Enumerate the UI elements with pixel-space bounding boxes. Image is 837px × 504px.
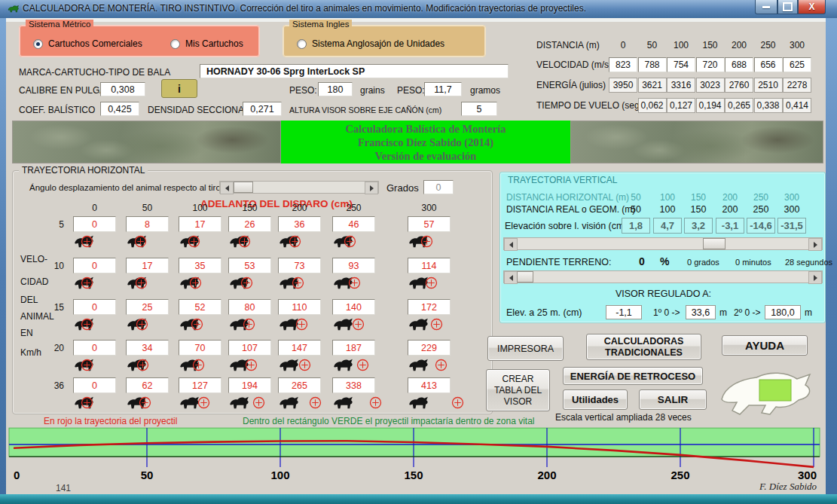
scroll-left-icon[interactable] bbox=[504, 271, 518, 284]
scrollbar-thumb[interactable] bbox=[703, 238, 726, 249]
coef-field[interactable]: 0,425 bbox=[100, 102, 139, 116]
utilidades-label: Utilidades bbox=[572, 394, 619, 405]
speed-caption-word: DEL bbox=[20, 295, 38, 305]
ballistic-value-cell: 3023 bbox=[696, 78, 725, 93]
target-icon bbox=[425, 276, 438, 289]
target-offset bbox=[191, 318, 203, 334]
target-icon bbox=[134, 235, 147, 248]
distance-header: 200 bbox=[725, 40, 753, 50]
pendiente-minutos: 0 minutos bbox=[735, 258, 771, 267]
maximize-button[interactable] bbox=[777, 0, 798, 14]
target-offset bbox=[425, 276, 438, 292]
peso-gramos-field[interactable]: 11,7 bbox=[424, 82, 462, 96]
radio-label: Sistema Anglosajón de Unidades bbox=[312, 38, 444, 49]
zero2-field[interactable]: 180,0 bbox=[765, 305, 801, 319]
salir-button[interactable]: SALIR bbox=[639, 389, 707, 410]
animal-icon bbox=[408, 317, 430, 332]
ballistic-value-cell: 788 bbox=[638, 57, 667, 72]
scrollbar-thumb[interactable] bbox=[517, 271, 533, 283]
photo-strip-left bbox=[12, 121, 281, 163]
vertical-scrollbar-1[interactable] bbox=[503, 237, 823, 250]
elev25-label: Elev. a 25 m. (cm) bbox=[506, 307, 582, 318]
animal-target-indicator bbox=[332, 358, 408, 376]
ballistic-value-cell: 0,127 bbox=[667, 98, 695, 113]
adelanto-value-cell: 46 bbox=[332, 216, 375, 232]
scroll-left-icon[interactable] bbox=[504, 238, 518, 251]
banner-line3: Versión de evaluación bbox=[375, 149, 477, 163]
target-icon bbox=[243, 318, 255, 331]
target-icon bbox=[295, 318, 308, 331]
vital-zone-rect bbox=[759, 380, 791, 401]
target-icon bbox=[136, 359, 149, 371]
radio-sistema-anglosajon[interactable]: Sistema Anglosajón de Unidades bbox=[297, 38, 444, 49]
animal-target-indicator bbox=[332, 234, 408, 252]
banner-line2: Francisco Díez Sabido (2014) bbox=[358, 136, 493, 149]
target-offset bbox=[139, 396, 151, 412]
adelanto-value-cell: 80 bbox=[228, 299, 271, 315]
target-offset bbox=[81, 276, 93, 292]
close-button[interactable]: X bbox=[798, 0, 826, 14]
target-offset bbox=[81, 396, 93, 412]
maximize-icon bbox=[783, 2, 793, 11]
densidad-field[interactable]: 0,271 bbox=[243, 102, 282, 116]
altura-visor-field[interactable]: 5 bbox=[461, 102, 497, 116]
peso-grains-field[interactable]: 180 bbox=[318, 82, 353, 96]
minimize-button[interactable] bbox=[755, 0, 777, 14]
ayuda-label: AYUDA bbox=[745, 339, 784, 352]
target-offset bbox=[451, 396, 464, 412]
panel-trayectoria-vertical: TRAYECTORIA VERTICAL DISTANCIA HORIZONTA… bbox=[499, 172, 826, 323]
adelanto-value-cell: 110 bbox=[278, 299, 321, 315]
groupbox-sistema-ingles: Sistema Ingles Sistema Anglosajón de Uni… bbox=[283, 25, 486, 57]
dist-horizontal-value: 100 bbox=[652, 192, 683, 203]
gramos-unit: gramos bbox=[470, 85, 500, 96]
elevacion-value-cell: -14,6 bbox=[747, 218, 775, 234]
info-button[interactable]: i bbox=[161, 79, 197, 98]
animal-target-indicator bbox=[408, 358, 483, 376]
app-window: CALCULADORA DE MONTERÍA. TIRO INSTINTIVO… bbox=[0, 0, 837, 504]
ballistic-value-cell: 3950 bbox=[609, 78, 637, 93]
x-tick-label: 200 bbox=[537, 469, 556, 481]
panel-title: TRAYECTORIA VERTICAL bbox=[508, 175, 617, 185]
marca-field[interactable]: HORNADY 30-06 Sprg InterLock SP bbox=[200, 64, 509, 78]
distance-header: 50 bbox=[638, 40, 667, 50]
radio-label: Cartuchos Comerciales bbox=[48, 38, 142, 49]
animal-target-indicator bbox=[408, 396, 483, 414]
zero1-field[interactable]: 33,6 bbox=[686, 305, 716, 319]
vertical-scrollbar-2[interactable] bbox=[503, 270, 823, 283]
title-bar[interactable]: CALCULADORA DE MONTERÍA. TIRO INSTINTIVO… bbox=[0, 0, 837, 18]
target-offset bbox=[352, 318, 365, 334]
energia-retroceso-button[interactable]: ENERGÍA DE RETROCESO bbox=[563, 367, 703, 385]
scroll-right-icon[interactable] bbox=[808, 271, 822, 284]
animal-target-indicator bbox=[332, 317, 408, 335]
calculadoras-tradicionales-button[interactable]: CALCULADORAS TRADICIONALES bbox=[586, 334, 701, 360]
utilidades-button[interactable]: Utilidades bbox=[563, 389, 628, 410]
groupbox-label: Sistema Métrico bbox=[26, 20, 93, 29]
adelanto-value-cell: 70 bbox=[179, 340, 221, 356]
adelanto-value-cell: 413 bbox=[408, 377, 451, 393]
elev25-field[interactable]: -1,1 bbox=[606, 305, 642, 319]
calibre-field[interactable]: 0,308 bbox=[100, 82, 145, 96]
speed-caption-word: EN bbox=[20, 328, 33, 338]
adelanto-grid: 0501001502002503005081726364657100173553… bbox=[13, 171, 493, 415]
speed-caption-word: ANIMAL bbox=[20, 311, 54, 322]
scroll-right-icon[interactable] bbox=[808, 238, 822, 251]
window-title: CALCULADORA DE MONTERÍA. TIRO INSTINTIVO… bbox=[23, 3, 586, 14]
target-icon bbox=[81, 396, 93, 409]
impresora-button[interactable]: IMPRESORA bbox=[487, 336, 564, 361]
ayuda-button[interactable]: AYUDA bbox=[722, 335, 808, 356]
animal-target-indicator bbox=[408, 234, 483, 252]
target-offset bbox=[240, 276, 253, 292]
ballistic-value-cell: 720 bbox=[696, 57, 725, 72]
peso-grains-label: PESO: bbox=[289, 85, 317, 96]
zero2-value: 180,0 bbox=[771, 307, 794, 318]
target-icon bbox=[451, 396, 464, 409]
adelanto-distance-header: 200 bbox=[278, 203, 321, 213]
adelanto-value-cell: 73 bbox=[278, 258, 321, 273]
target-icon bbox=[369, 396, 382, 409]
radio-mis-cartuchos[interactable]: Mis Cartuchos bbox=[170, 38, 243, 49]
info-button-label: i bbox=[178, 83, 181, 95]
crear-tabla-visor-button[interactable]: CREAR TABLA DEL VISOR bbox=[486, 369, 550, 411]
app-icon bbox=[8, 3, 20, 15]
radio-cartuchos-comerciales[interactable]: Cartuchos Comerciales bbox=[33, 38, 142, 49]
ballistic-value-cell: 688 bbox=[725, 57, 753, 72]
